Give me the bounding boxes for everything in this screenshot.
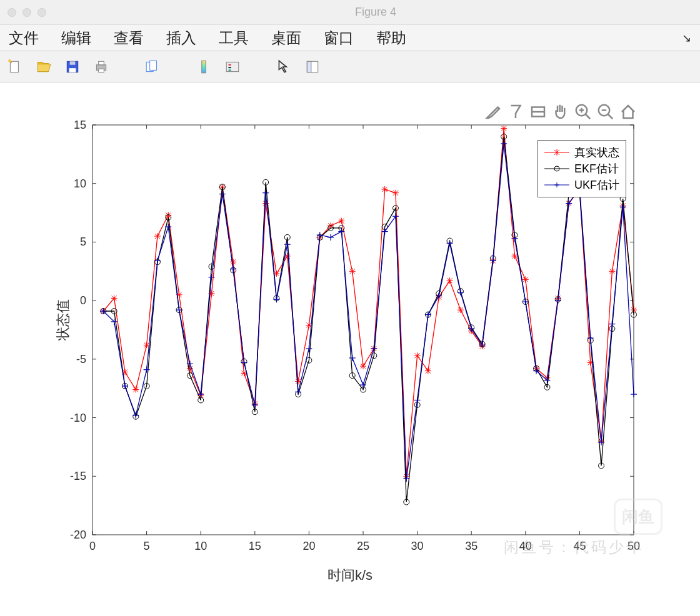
menu-arrow-icon[interactable]: ↘ xyxy=(682,31,691,45)
colorbar-icon[interactable] xyxy=(195,58,212,76)
svg-rect-6 xyxy=(99,61,104,64)
menu-edit[interactable]: 编辑 xyxy=(61,28,91,48)
svg-text:-10: -10 xyxy=(70,412,86,424)
menubar: 文件 编辑 查看 插入 工具 桌面 窗口 帮助 ↘ xyxy=(0,25,700,51)
svg-line-24 xyxy=(608,114,613,119)
svg-text:10: 10 xyxy=(74,177,86,190)
print-icon[interactable] xyxy=(92,58,110,76)
titlebar: Figure 4 xyxy=(0,0,700,25)
page-setup-icon[interactable] xyxy=(144,58,161,76)
svg-rect-9 xyxy=(150,61,157,70)
x-axis-label: 时间k/s xyxy=(0,566,700,585)
svg-text:15: 15 xyxy=(249,540,261,552)
menu-insert[interactable]: 插入 xyxy=(166,28,196,48)
toolbar xyxy=(0,51,700,82)
svg-text:-5: -5 xyxy=(76,353,86,365)
link-axes-icon[interactable] xyxy=(529,102,548,121)
svg-rect-0 xyxy=(10,61,18,72)
zoom-light[interactable] xyxy=(38,8,46,17)
window-title: Figure 4 xyxy=(59,6,692,19)
menu-view[interactable]: 查看 xyxy=(114,28,144,48)
menu-file[interactable]: 文件 xyxy=(9,28,39,48)
svg-text:20: 20 xyxy=(302,540,315,552)
svg-text:35: 35 xyxy=(465,540,478,552)
legend-item-ukf: UKF估计 xyxy=(544,177,619,193)
svg-rect-7 xyxy=(99,69,104,72)
window-controls xyxy=(8,8,46,17)
legend-label: EKF估计 xyxy=(574,161,619,176)
svg-text:15: 15 xyxy=(74,119,86,131)
zoom-in-icon[interactable] xyxy=(574,102,592,121)
minimize-light[interactable] xyxy=(22,8,31,17)
arrow-icon[interactable] xyxy=(275,58,292,76)
figure-area: 05101520253035404550-20-15-10-5051015 真实… xyxy=(0,82,700,616)
svg-rect-10 xyxy=(202,61,206,73)
menu-help[interactable]: 帮助 xyxy=(376,28,406,48)
legend-item-true: 真实状态 xyxy=(544,144,619,161)
zoom-out-icon[interactable] xyxy=(596,102,615,121)
svg-text:5: 5 xyxy=(80,236,86,248)
svg-text:-15: -15 xyxy=(70,470,86,482)
pan-icon[interactable] xyxy=(551,102,570,121)
legend-label: UKF估计 xyxy=(574,177,619,192)
menu-tools[interactable]: 工具 xyxy=(219,28,249,48)
svg-line-20 xyxy=(586,114,591,119)
menu-window[interactable]: 窗口 xyxy=(324,28,354,48)
data-cursor-icon[interactable] xyxy=(506,102,525,121)
svg-text:-20: -20 xyxy=(70,529,86,541)
legend[interactable]: 真实状态 EKF估计 UKF估计 xyxy=(538,140,626,197)
legend-icon[interactable] xyxy=(224,58,241,76)
svg-text:0: 0 xyxy=(80,294,86,307)
brush-icon[interactable] xyxy=(484,102,502,121)
axes-toolbar xyxy=(484,102,638,121)
watermark-logo: 闲鱼 xyxy=(614,499,662,535)
svg-text:0: 0 xyxy=(89,540,96,552)
legend-label: 真实状态 xyxy=(574,145,619,160)
panel-icon[interactable] xyxy=(304,58,321,76)
open-icon[interactable] xyxy=(35,58,52,76)
svg-rect-3 xyxy=(69,68,76,72)
watermark-text: 闲鱼号：代码少年 xyxy=(504,537,644,557)
legend-item-ekf: EKF估计 xyxy=(544,161,619,177)
svg-text:25: 25 xyxy=(357,540,369,552)
svg-rect-16 xyxy=(307,61,311,72)
svg-text:10: 10 xyxy=(194,540,207,552)
home-icon[interactable] xyxy=(619,102,638,121)
menu-desktop[interactable]: 桌面 xyxy=(271,28,301,48)
close-light[interactable] xyxy=(8,8,16,17)
svg-point-1 xyxy=(8,59,11,62)
svg-rect-11 xyxy=(226,62,239,71)
save-icon[interactable] xyxy=(64,58,81,76)
svg-text:30: 30 xyxy=(411,540,424,552)
new-file-icon[interactable] xyxy=(6,58,24,76)
svg-text:5: 5 xyxy=(144,540,150,552)
y-axis-label: 状态值 xyxy=(54,299,72,340)
svg-rect-4 xyxy=(70,61,76,64)
